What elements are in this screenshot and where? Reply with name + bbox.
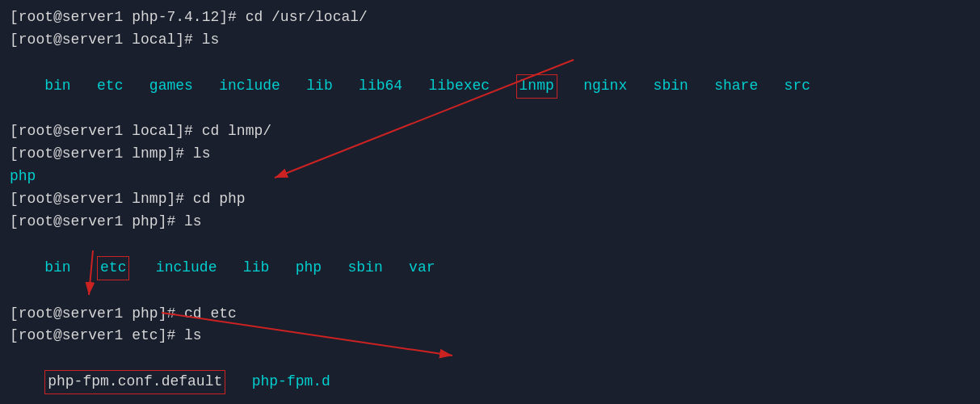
line-8: [root@server1 php]# ls [10,211,970,234]
line-9: bin etc include lib php sbin var [10,234,970,303]
line-7: [root@server1 lnmp]# cd php [10,188,970,211]
php-ls-etc-boxed: etc [97,256,129,280]
line-12: php-fpm.conf.default php-fpm.d [10,347,970,404]
line-3: bin etc games include lib lib64 libexec … [10,52,970,121]
etc-ls-fpmd: php-fpm.d [252,373,330,389]
line-6: php [10,166,970,188]
line-2: [root@server1 local]# ls [10,29,970,52]
php-ls-bin: bin [44,259,97,276]
ls-include: include [219,78,280,94]
ls-rest: nginx sbin share src [557,78,810,94]
line-5: [root@server1 lnmp]# ls [10,143,970,166]
ls-bin: bin etc games [44,78,219,94]
ls-lnmp-boxed: lnmp [516,74,557,99]
php-ls-rest: include lib php sbin var [129,259,435,276]
etc-ls-conf-default-boxed: php-fpm.conf.default [44,370,225,394]
line-10: [root@server1 php]# cd etc [10,303,970,326]
terminal: [root@server1 php-7.4.12]# cd /usr/local… [0,0,980,404]
etc-ls-space [225,373,251,389]
line-4: [root@server1 local]# cd lnmp/ [10,120,970,143]
ls-lib: lib lib64 libexec [280,78,516,94]
line-11: [root@server1 etc]# ls [10,325,970,347]
line-1: [root@server1 php-7.4.12]# cd /usr/local… [10,6,970,29]
